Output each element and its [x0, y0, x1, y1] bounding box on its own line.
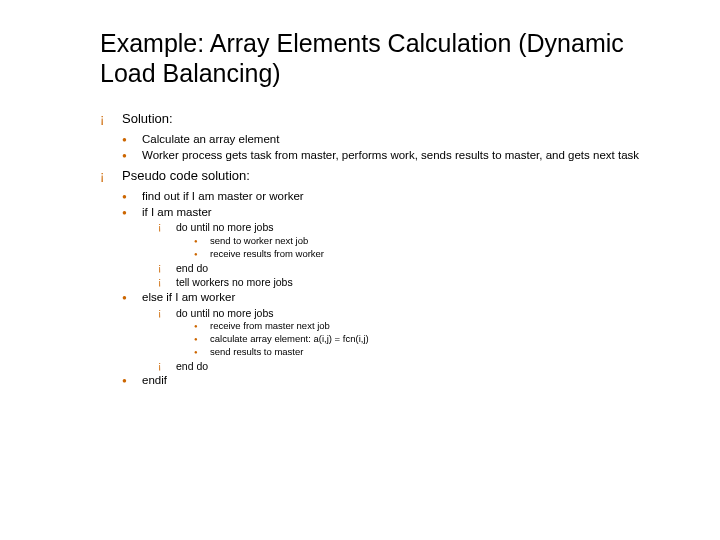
list-item: ● Worker process gets task from master, …	[122, 148, 680, 164]
bullet-icon: ●	[122, 290, 142, 306]
list-item: ● receive from master next job	[194, 320, 680, 333]
item-text: send to worker next job	[210, 235, 308, 248]
item-text: end do	[176, 261, 208, 276]
bullet-icon: ●	[122, 189, 142, 205]
item-text: send results to master	[210, 346, 303, 359]
item-text: calculate array element: a(i,j) = fcn(i,…	[210, 333, 369, 346]
hollow-circle-icon: ¡	[158, 275, 176, 290]
slide-title: Example: Array Elements Calculation (Dyn…	[100, 28, 680, 88]
bullet-icon: ●	[122, 205, 142, 221]
item-text: receive from master next job	[210, 320, 330, 333]
item-text: Pseudo code solution:	[122, 167, 250, 185]
item-text: endif	[142, 373, 167, 389]
item-text: Worker process gets task from master, pe…	[142, 148, 639, 164]
list-item: ● else if I am worker	[122, 290, 680, 306]
item-text: tell workers no more jobs	[176, 275, 293, 290]
item-text: end do	[176, 359, 208, 374]
item-text: do until no more jobs	[176, 306, 273, 321]
content-list: ¡ Solution: ● Calculate an array element…	[100, 110, 680, 389]
list-item: ¡ do until no more jobs	[158, 306, 680, 321]
item-text: Calculate an array element	[142, 132, 279, 148]
item-text: else if I am worker	[142, 290, 235, 306]
hollow-circle-icon: ¡	[100, 167, 122, 185]
bullet-icon: ●	[194, 346, 210, 359]
list-item: ● calculate array element: a(i,j) = fcn(…	[194, 333, 680, 346]
list-item: ¡ Pseudo code solution:	[100, 167, 680, 185]
list-item: ¡ end do	[158, 261, 680, 276]
list-item: ¡ do until no more jobs	[158, 220, 680, 235]
bullet-icon: ●	[122, 148, 142, 164]
list-item: ● receive results from worker	[194, 248, 680, 261]
hollow-circle-icon: ¡	[158, 261, 176, 276]
list-item: ● send to worker next job	[194, 235, 680, 248]
bullet-icon: ●	[194, 333, 210, 346]
hollow-circle-icon: ¡	[100, 110, 122, 128]
slide: Example: Array Elements Calculation (Dyn…	[0, 0, 720, 409]
hollow-circle-icon: ¡	[158, 359, 176, 374]
list-item: ● endif	[122, 373, 680, 389]
list-item: ● Calculate an array element	[122, 132, 680, 148]
bullet-icon: ●	[194, 248, 210, 261]
bullet-icon: ●	[194, 320, 210, 333]
hollow-circle-icon: ¡	[158, 220, 176, 235]
list-item: ● send results to master	[194, 346, 680, 359]
item-text: receive results from worker	[210, 248, 324, 261]
hollow-circle-icon: ¡	[158, 306, 176, 321]
bullet-icon: ●	[194, 235, 210, 248]
item-text: do until no more jobs	[176, 220, 273, 235]
list-item: ¡ end do	[158, 359, 680, 374]
list-item: ● if I am master	[122, 205, 680, 221]
item-text: Solution:	[122, 110, 173, 128]
list-item: ● find out if I am master or worker	[122, 189, 680, 205]
list-item: ¡ tell workers no more jobs	[158, 275, 680, 290]
item-text: if I am master	[142, 205, 212, 221]
bullet-icon: ●	[122, 132, 142, 148]
list-item: ¡ Solution:	[100, 110, 680, 128]
item-text: find out if I am master or worker	[142, 189, 304, 205]
bullet-icon: ●	[122, 373, 142, 389]
